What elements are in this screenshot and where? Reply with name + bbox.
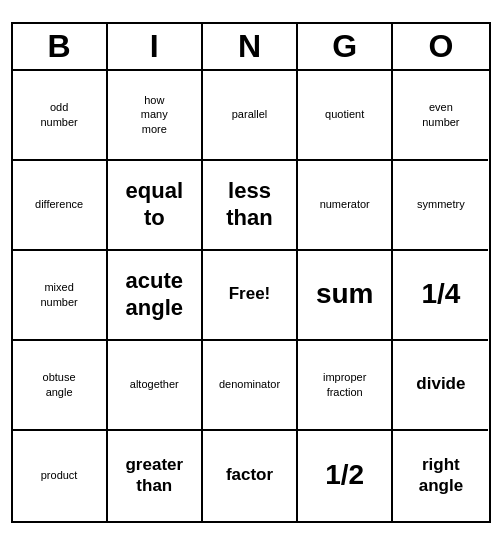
header-letter-g: G — [298, 24, 393, 69]
cell-text-5: difference — [35, 197, 83, 211]
bingo-cell-11: acute angle — [108, 251, 203, 341]
bingo-cell-24: right angle — [393, 431, 488, 521]
cell-text-9: symmetry — [417, 197, 465, 211]
cell-text-8: numerator — [320, 197, 370, 211]
header-letter-n: N — [203, 24, 298, 69]
bingo-cell-16: altogether — [108, 341, 203, 431]
bingo-cell-10: mixed number — [13, 251, 108, 341]
bingo-cell-3: quotient — [298, 71, 393, 161]
cell-text-23: 1/2 — [325, 457, 364, 493]
header-letter-o: O — [393, 24, 488, 69]
cell-text-17: denominator — [219, 377, 280, 391]
cell-text-19: divide — [416, 374, 465, 394]
bingo-cell-15: obtuse angle — [13, 341, 108, 431]
bingo-cell-22: factor — [203, 431, 298, 521]
bingo-cell-12: Free! — [203, 251, 298, 341]
cell-text-7: less than — [226, 178, 272, 231]
bingo-cell-18: improper fraction — [298, 341, 393, 431]
cell-text-15: obtuse angle — [43, 370, 76, 399]
cell-text-11: acute angle — [126, 268, 183, 321]
bingo-cell-20: product — [13, 431, 108, 521]
bingo-cell-21: greater than — [108, 431, 203, 521]
cell-text-2: parallel — [232, 107, 267, 121]
bingo-cell-19: divide — [393, 341, 488, 431]
bingo-cell-5: difference — [13, 161, 108, 251]
cell-text-16: altogether — [130, 377, 179, 391]
cell-text-0: odd number — [40, 100, 77, 129]
bingo-cell-4: even number — [393, 71, 488, 161]
bingo-cell-6: equal to — [108, 161, 203, 251]
bingo-card: BINGO odd numberhow many moreparallelquo… — [11, 22, 491, 523]
cell-text-20: product — [41, 468, 78, 482]
cell-text-13: sum — [316, 276, 374, 312]
bingo-cell-0: odd number — [13, 71, 108, 161]
cell-text-18: improper fraction — [323, 370, 366, 399]
cell-text-10: mixed number — [40, 280, 77, 309]
cell-text-4: even number — [422, 100, 459, 129]
bingo-cell-8: numerator — [298, 161, 393, 251]
cell-text-3: quotient — [325, 107, 364, 121]
cell-text-24: right angle — [419, 455, 463, 496]
bingo-header: BINGO — [13, 24, 489, 71]
bingo-cell-9: symmetry — [393, 161, 488, 251]
cell-text-14: 1/4 — [421, 276, 460, 312]
cell-text-1: how many more — [141, 93, 168, 136]
cell-text-22: factor — [226, 465, 273, 485]
cell-text-21: greater than — [125, 455, 183, 496]
cell-text-6: equal to — [126, 178, 183, 231]
header-letter-i: I — [108, 24, 203, 69]
bingo-cell-23: 1/2 — [298, 431, 393, 521]
cell-text-12: Free! — [229, 284, 271, 304]
bingo-cell-17: denominator — [203, 341, 298, 431]
header-letter-b: B — [13, 24, 108, 69]
bingo-grid: odd numberhow many moreparallelquotiente… — [13, 71, 489, 521]
bingo-cell-13: sum — [298, 251, 393, 341]
bingo-cell-14: 1/4 — [393, 251, 488, 341]
bingo-cell-2: parallel — [203, 71, 298, 161]
bingo-cell-7: less than — [203, 161, 298, 251]
bingo-cell-1: how many more — [108, 71, 203, 161]
